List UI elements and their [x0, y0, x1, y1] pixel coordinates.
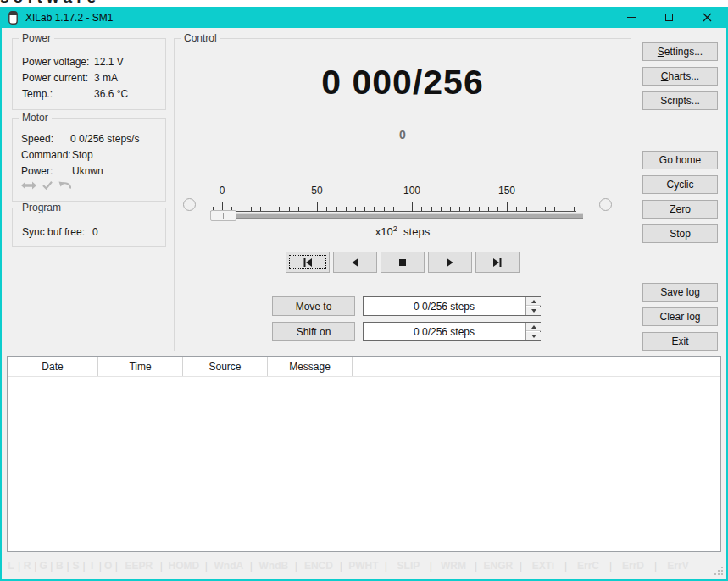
status-flag-B: B	[54, 560, 64, 572]
motor-group: Motor Speed: 0 0/256 steps/s Command: St…	[12, 118, 166, 202]
minimize-button[interactable]	[612, 7, 650, 28]
status-separator: |	[293, 560, 299, 572]
skip-to-end-icon	[491, 257, 504, 268]
status-flag-WRM: WRM	[434, 560, 473, 572]
status-flag-SLIP: SLIP	[389, 560, 428, 572]
status-separator: |	[473, 560, 479, 572]
go-home-button[interactable]: Go home	[642, 151, 718, 169]
position-slider-handle[interactable]	[210, 210, 236, 221]
motor-icon	[8, 11, 18, 25]
close-icon	[703, 13, 712, 22]
status-flag-PWHT: PWHT	[344, 560, 383, 572]
log-table: Date Time Source Message	[7, 356, 721, 552]
status-flag-WndA: WndA	[209, 560, 248, 572]
up-arrow-icon	[531, 300, 536, 303]
command-label: Command:	[21, 149, 71, 161]
motor-power-value: Uknwn	[72, 165, 103, 177]
screen: software XILab 1.17.2 - SM1	[0, 0, 728, 581]
status-separator: |	[608, 560, 614, 572]
maximize-button[interactable]	[650, 7, 688, 28]
status-separator: |	[203, 560, 209, 572]
move-to-spin-up-button[interactable]	[526, 297, 541, 306]
major-tick	[412, 202, 413, 212]
shift-on-input[interactable]	[364, 323, 525, 340]
down-arrow-icon	[531, 335, 536, 338]
status-separator: |	[48, 560, 54, 572]
position-sub-display: 0	[175, 128, 631, 141]
move-to-spin-down-button[interactable]	[526, 307, 541, 315]
down-arrow-icon	[531, 309, 536, 313]
column-header-source[interactable]: Source	[183, 357, 268, 376]
status-separator: |	[64, 560, 70, 572]
status-flag-WndB: WndB	[254, 560, 293, 572]
position-display: 0 000/256	[175, 63, 631, 102]
status-flag-EEPR: EEPR	[119, 560, 158, 572]
settings-button[interactable]: Settings...	[642, 42, 718, 61]
cyclic-button[interactable]: Cyclic	[642, 175, 718, 194]
undo-arrow-icon	[58, 181, 71, 190]
right-limit-indicator	[599, 198, 612, 211]
status-separator: |	[518, 560, 524, 572]
column-header-date[interactable]: Date	[8, 357, 98, 376]
status-flag-G: G	[38, 560, 48, 572]
status-separator: |	[653, 560, 659, 572]
status-flag-EXTi: EXTi	[524, 560, 563, 572]
background-page-text: software	[0, 0, 186, 7]
skip-to-start-icon	[301, 257, 314, 268]
status-flag-R: R	[22, 560, 32, 572]
check-icon	[42, 181, 53, 190]
skip-to-start-button[interactable]	[286, 252, 330, 273]
move-to-spinbox	[363, 296, 541, 316]
status-flag-S: S	[71, 560, 81, 572]
stop-motion-button[interactable]	[381, 252, 425, 273]
move-to-button[interactable]: Move to	[272, 296, 355, 316]
stop-button[interactable]: Stop	[642, 224, 718, 243]
zero-button[interactable]: Zero	[642, 200, 718, 219]
status-flag-O: O	[103, 560, 114, 572]
status-separator: |	[563, 560, 569, 572]
scripts-button[interactable]: Scripts...	[642, 91, 718, 110]
xilab-window: XILab 1.17.2 - SM1 Power Power voltage: …	[0, 7, 728, 581]
shift-on-spin-up-button[interactable]	[526, 323, 541, 331]
status-separator: |	[114, 560, 119, 572]
status-separator: |	[383, 560, 389, 572]
titlebar[interactable]: XILab 1.17.2 - SM1	[0, 7, 728, 28]
sync-buf-free-value: 0	[92, 226, 98, 238]
left-right-arrow-icon	[21, 181, 36, 190]
move-to-input[interactable]	[364, 297, 525, 315]
move-right-button[interactable]	[428, 252, 472, 273]
status-separator: |	[428, 560, 434, 572]
status-flag-HOMD: HOMD	[164, 560, 203, 572]
column-header-time[interactable]: Time	[98, 357, 183, 376]
up-arrow-icon	[531, 325, 536, 329]
minor-ticks	[210, 207, 576, 212]
window-border-left	[0, 7, 2, 581]
charts-button[interactable]: Charts...	[642, 67, 718, 86]
column-header-message[interactable]: Message	[268, 357, 353, 376]
clear-log-button[interactable]: Clear log	[642, 307, 718, 326]
skip-to-end-button[interactable]	[475, 252, 520, 273]
resize-grip[interactable]	[714, 566, 724, 575]
motor-group-title: Motor	[19, 112, 52, 124]
status-separator: |	[16, 560, 22, 572]
status-flag-ErrC: ErrC	[569, 560, 608, 572]
power-current-value: 3 mA	[94, 72, 118, 84]
move-left-button[interactable]	[333, 252, 377, 273]
status-flag-ENCD: ENCD	[299, 560, 338, 572]
save-log-button[interactable]: Save log	[642, 283, 718, 302]
program-group-title: Program	[19, 202, 64, 213]
status-flag-L: L	[6, 560, 16, 572]
power-voltage-label: Power voltage:	[22, 56, 89, 68]
position-slider-track[interactable]	[210, 213, 583, 219]
close-button[interactable]	[688, 7, 726, 28]
program-group: Program Sync buf free: 0	[12, 208, 166, 247]
stop-icon	[396, 257, 409, 268]
move-left-icon	[348, 257, 362, 268]
units-label: x102 steps	[175, 224, 631, 238]
status-separator: |	[97, 560, 103, 572]
shift-on-spin-down-button[interactable]	[526, 332, 541, 340]
tick-label-50: 50	[298, 185, 336, 196]
shift-on-button[interactable]: Shift on	[272, 322, 355, 341]
status-flag-ENGR: ENGR	[479, 560, 518, 572]
exit-button[interactable]: Exit	[642, 332, 718, 351]
